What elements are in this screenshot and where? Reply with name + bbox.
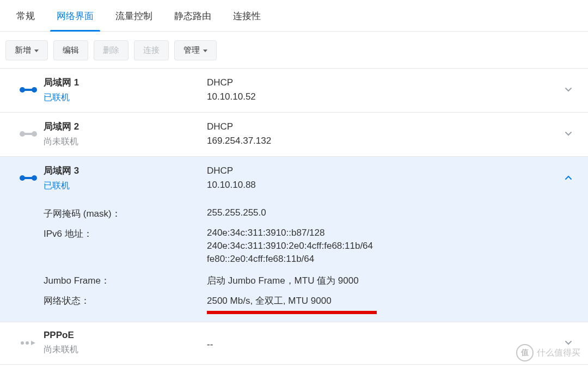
svg-point-4 (20, 131, 25, 137)
caret-down-icon (203, 50, 207, 52)
interface-status: 尚未联机 (44, 136, 207, 148)
chevron-down-icon[interactable] (564, 85, 573, 96)
interface-name: 局域网 2 (44, 120, 207, 133)
interface-name: 局域网 3 (44, 164, 207, 177)
edit-button[interactable]: 编辑 (53, 40, 88, 60)
chevron-down-icon[interactable] (564, 129, 573, 140)
tab-connectivity[interactable]: 连接性 (222, 0, 272, 31)
jumbo-frame-label: Jumbo Frame： (44, 274, 207, 287)
svg-point-7 (20, 175, 25, 181)
add-button[interactable]: 新增 (5, 40, 48, 60)
manage-button-label: 管理 (183, 45, 200, 56)
caret-down-icon (34, 50, 39, 52)
ipv6-address: 240e:34c:311:3910::b87/128 (207, 228, 575, 238)
watermark-text: 什么值得买 (537, 347, 580, 359)
edit-button-label: 编辑 (63, 45, 79, 56)
interface-type: DHCP (207, 165, 575, 176)
interface-row-lan1[interactable]: 局域网 1 已联机 DHCP 10.10.10.52 (0, 69, 588, 113)
tabs-bar: 常规 网络界面 流量控制 静态路由 连接性 (0, 0, 588, 32)
wired-disconnected-icon (13, 130, 44, 138)
connect-button-label: 连接 (143, 45, 160, 56)
manage-button[interactable]: 管理 (174, 40, 217, 60)
interface-name: 局域网 1 (44, 76, 207, 89)
interface-type: DHCP (207, 121, 575, 132)
interface-name: PPPoE (44, 330, 207, 341)
add-button-label: 新增 (15, 45, 31, 56)
ipv6-values: 240e:34c:311:3910::b87/128 240e:34c:311:… (207, 228, 575, 267)
interface-status: 已联机 (44, 92, 207, 103)
svg-point-10 (26, 341, 29, 345)
delete-button-label: 删除 (103, 45, 119, 56)
interface-ip: 169.254.37.132 (207, 136, 575, 146)
subnet-mask-label: 子网掩码 (mask)： (44, 207, 207, 220)
interface-status: 尚未联机 (44, 344, 207, 355)
watermark-badge: 值 (516, 344, 534, 361)
ipv6-address: fe80::2e0:4cff:fe68:11b/64 (207, 254, 575, 265)
tab-static-routes[interactable]: 静态路由 (163, 0, 222, 31)
svg-point-5 (32, 131, 37, 137)
svg-point-1 (20, 87, 25, 93)
interface-details: 子网掩码 (mask)： 255.255.255.0 IPv6 地址： 240e… (0, 200, 588, 322)
svg-point-9 (21, 341, 24, 345)
ipv6-address: 240e:34c:311:3910:2e0:4cff:fe68:11b/64 (207, 241, 575, 252)
interface-ip: 10.10.10.88 (207, 180, 575, 191)
interface-row-lan2[interactable]: 局域网 2 尚未联机 DHCP 169.254.37.132 (0, 113, 588, 157)
delete-button: 删除 (94, 40, 128, 60)
interface-status: 已联机 (44, 180, 207, 192)
network-status-value: 2500 Mb/s, 全双工, MTU 9000 (207, 295, 575, 307)
connect-button: 连接 (134, 40, 169, 60)
svg-point-2 (32, 87, 37, 93)
ipv6-label: IPv6 地址： (44, 228, 207, 267)
toolbar: 新增 编辑 删除 连接 管理 (0, 32, 588, 69)
network-status-label: 网络状态： (44, 295, 207, 307)
interface-row-lan3[interactable]: 局域网 3 已联机 DHCP 10.10.10.88 (0, 157, 588, 200)
pppoe-icon (13, 339, 44, 347)
chevron-up-icon[interactable] (564, 173, 573, 184)
interface-ip: 10.10.10.52 (207, 91, 575, 102)
wired-connected-icon (13, 85, 44, 94)
highlight-annotation (207, 311, 377, 314)
watermark: 值 什么值得买 (516, 344, 580, 361)
tab-network-interfaces[interactable]: 网络界面 (46, 0, 105, 31)
jumbo-frame-value: 启动 Jumbo Frame，MTU 值为 9000 (207, 274, 575, 287)
svg-point-8 (32, 175, 37, 181)
interface-row-pppoe[interactable]: PPPoE 尚未联机 -- (0, 322, 588, 365)
wired-connected-icon (13, 174, 44, 182)
tab-general[interactable]: 常规 (5, 0, 46, 31)
tab-traffic-control[interactable]: 流量控制 (105, 0, 163, 31)
interface-type: DHCP (207, 77, 575, 88)
subnet-mask-value: 255.255.255.0 (207, 207, 575, 220)
